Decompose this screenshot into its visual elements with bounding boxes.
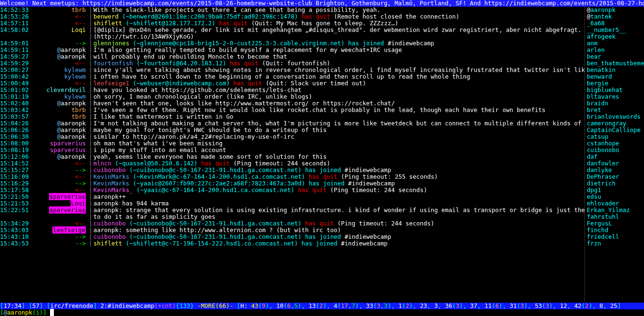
nick-list-item[interactable]: catsup [587,133,644,140]
log-line: 15:43:53-->|shiflett (~shiflett@c-71-196… [0,240,584,247]
input-bar[interactable]: [@aaronpk(i)] _ [0,309,644,316]
nick-list-item[interactable]: bear [587,53,644,60]
nick-list-item[interactable]: DePhraser [587,173,644,180]
log-line: 15:12:06aaronpk|yeah, seems like everyon… [0,153,584,160]
log-line: 14:59:29<--|fourtonfish (~fourtonfi@64.2… [0,60,584,67]
nick-list-item[interactable]: @aaronpk [587,7,644,13]
log-line: 15:08:19sparverius|i pipe my stuff into … [0,147,584,153]
nick-list-item[interactable]: _6a68 [587,20,644,27]
nick-list-item[interactable]: @tantek [587,13,644,20]
nick-list[interactable]: @aaronpk@tantek _6a68 __number5__ afroge… [584,7,644,303]
log-line: 15:03:42tbrb|I've seen a few of them. Ri… [0,107,584,113]
nick-list-item[interactable]: dietrich [587,180,644,187]
log-line: 15:21:50sparverius|aaronpk++ [0,194,584,200]
log-line: 15:00:27kylewm|since y'all were talking … [0,67,584,73]
log-line: 15:01:02cleverdevil|have you looked at h… [0,87,584,93]
log-line: 15:06:26aaronpk|maybe my goal for tonigh… [0,127,584,133]
nick-list-item[interactable]: anm [587,40,644,47]
log-line: 14:53:26<--|benwerd (~benwerd@2601:18e:c… [0,13,584,20]
nick-list-item[interactable]: benward [587,73,644,80]
nick-list-item[interactable]: CaptainCalliope [587,127,644,133]
chat-log[interactable]: 14:52:33tbrb|With the slack-like project… [0,7,584,303]
nick-list-item[interactable]: ehlovader [587,200,644,207]
log-line: 15:01:19kylewm|oh sorry, I mean chronolo… [0,93,584,100]
nick-list-item[interactable]: ben_thatmustbeme [587,60,644,67]
hotlist: [H: 43(9), 10(6,5), 13(2), 4(17,7), 33(3… [237,303,621,309]
log-line: 15:06:30aaronpk|similar to http://aaron.… [0,133,584,140]
log-line: 15:43:03leofseige|aaronpk: something lik… [0,227,584,234]
log-line: 15:21:53Loqi|aaronpk has 944 karma [0,200,584,207]
nick-list-item[interactable]: finchd [587,227,644,234]
nick-list-item[interactable]: arlen [587,47,644,53]
log-line: 15:17:58<--|KevinMarks_ (~yaaic@c-67-164… [0,187,584,194]
nick-list-item[interactable]: frzn [587,240,644,247]
topic-bar: Welcome! Next meetups: https://indiewebc… [0,0,644,7]
log-line: 15:34:29<--|cuibonobo (~cuibonobo@c-50-1… [0,220,584,227]
log-line: 15:16:09<--|KevinMarks (~KevinMark@c-67-… [0,173,584,180]
nick-list-item[interactable]: friedcell [587,234,644,240]
nick-list-item[interactable]: daf [587,153,644,160]
log-line: 14:58:02Loqi|[@diplix] @nxD4n sehe gerad… [0,27,584,33]
nick-list-item[interactable]: bltavares [587,93,644,100]
log-line: 15:00:49<--|leofseige1 (~webuser@indiewe… [0,80,584,87]
log-line: |(http://twtr.io/13AW9XjyKoG) [0,33,584,40]
log-line: 15:00:42kylewm|i often have to scroll do… [0,73,584,80]
log-line: 15:15:27-->|cuibonobo (~cuibonobo@c-50-1… [0,167,584,173]
log-line: 15:22:51sparverius|aaronpk: strange that… [0,207,584,214]
status-bar: [17:34] [57] [irc/freenode] 2:#indiewebc… [0,303,644,309]
log-line: 14:59:01-->|glennjones (~glennjone@cpc18… [0,40,584,47]
log-line: 15:03:57tbrb|I like that mattermost is w… [0,113,584,120]
nick-list-item[interactable]: benatkin [587,67,644,73]
nick-list-item[interactable]: __number5__ [587,27,644,33]
log-line: 14:52:33tbrb|With the slack-like project… [0,7,584,13]
log-line: 15:43:10-->|cuibonobo (~cuibonobo@c-50-1… [0,234,584,240]
nick-list-item[interactable]: danfowler [587,160,644,167]
log-line: 15:02:40aaronpk|haven't seen that one, l… [0,100,584,107]
nick-list-item[interactable]: cuibonobo [587,147,644,153]
nick-list-item[interactable]: brianloveswords [587,113,644,120]
nick-list-item[interactable]: bergie [587,80,644,87]
log-line: 15:14:52<--|mlncn (~quassel@50.250.6.142… [0,160,584,167]
nick-list-item[interactable]: edsu [587,194,644,200]
nick-list-item[interactable]: FergusL [587,220,644,227]
nick-list-item[interactable]: cstanhope [587,140,644,147]
nick-list-item[interactable]: Erkan_Yilmaz [587,207,644,214]
log-line: 14:59:27aaronpk|will probably end up reb… [0,53,584,60]
nick-list-item[interactable]: dpg1 [587,187,644,194]
nick-list-item[interactable]: bigbluehat [587,87,644,93]
nick-list-item[interactable]: danlyke [587,167,644,173]
nick-list-item[interactable]: bret [587,107,644,113]
log-line: 14:57:11<--|shiflett (~shiflett@128.177.… [0,20,584,27]
cursor: _ [50,309,54,316]
nick-list-item[interactable]: fahrstuhl [587,214,644,220]
log-line: |to do it as far as simplicity goes [0,214,584,220]
log-line: 14:59:11aaronpk|I'm also getting really … [0,47,584,53]
nick-list-item[interactable]: braidn [587,100,644,107]
nick-list-item[interactable]: afrogeek [587,33,644,40]
log-line: 15:16:29-->|KevinMarks (~yaaic@2607:fb90… [0,180,584,187]
nick-list-item[interactable]: camerongray [587,120,644,127]
log-line: 15:04:26aaronpk|I'm not talking about ma… [0,120,584,127]
log-line: 15:08:00sparverius|oh man that's what i'… [0,140,584,147]
